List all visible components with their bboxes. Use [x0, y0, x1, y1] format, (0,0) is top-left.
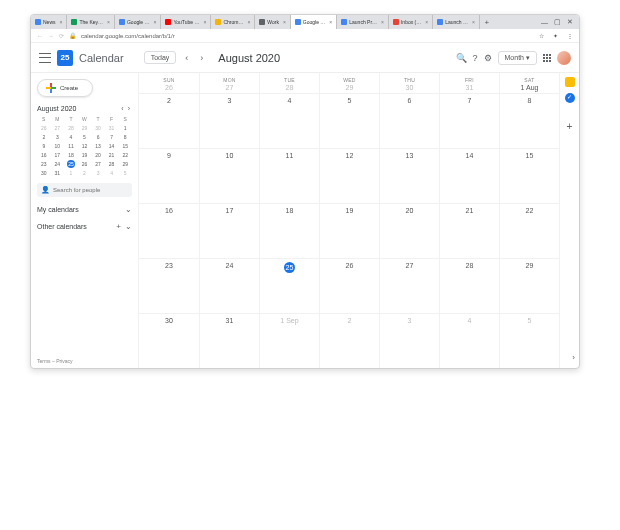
- tab-close-icon[interactable]: ×: [247, 19, 250, 25]
- mini-day[interactable]: 14: [105, 141, 119, 150]
- tab-close-icon[interactable]: ×: [107, 19, 110, 25]
- prev-period-icon[interactable]: ‹: [182, 53, 191, 63]
- mini-day[interactable]: 29: [118, 159, 132, 168]
- month-cell[interactable]: 30: [139, 313, 199, 368]
- browser-tab[interactable]: Inbox (…×: [389, 15, 433, 29]
- today-button[interactable]: Today: [144, 51, 177, 64]
- month-cell[interactable]: 8: [499, 93, 559, 148]
- mini-day[interactable]: 30: [91, 123, 105, 132]
- star-icon[interactable]: ☆: [539, 32, 544, 39]
- mini-day[interactable]: 7: [105, 132, 119, 141]
- mini-day[interactable]: 10: [51, 141, 65, 150]
- mini-day[interactable]: 3: [51, 132, 65, 141]
- day-header-cell[interactable]: TUE28: [259, 73, 319, 93]
- back-icon[interactable]: ←: [37, 33, 43, 39]
- mini-day[interactable]: 2: [37, 132, 51, 141]
- month-cell[interactable]: 6: [379, 93, 439, 148]
- show-side-panel-icon[interactable]: ›: [572, 353, 575, 362]
- day-header-cell[interactable]: THU30: [379, 73, 439, 93]
- keep-icon[interactable]: [565, 77, 575, 87]
- month-cell[interactable]: 19: [319, 203, 379, 258]
- other-calendars-section[interactable]: Other calendars +⌄: [37, 222, 132, 231]
- browser-tab[interactable]: YouTube …×: [161, 15, 211, 29]
- month-cell[interactable]: 5: [499, 313, 559, 368]
- mini-prev-icon[interactable]: ‹: [119, 105, 125, 112]
- mini-day[interactable]: 26: [78, 159, 92, 168]
- mini-day[interactable]: 18: [64, 150, 78, 159]
- day-header-cell[interactable]: SAT1 Aug: [499, 73, 559, 93]
- mini-day[interactable]: 15: [118, 141, 132, 150]
- tab-close-icon[interactable]: ×: [154, 19, 157, 25]
- mini-day[interactable]: 16: [37, 150, 51, 159]
- mini-day[interactable]: 31: [51, 168, 65, 177]
- day-header-cell[interactable]: WED29: [319, 73, 379, 93]
- create-button[interactable]: Create: [37, 79, 93, 97]
- month-cell[interactable]: 13: [379, 148, 439, 203]
- tab-close-icon[interactable]: ×: [381, 19, 384, 25]
- extension-icon[interactable]: ✦: [553, 32, 558, 39]
- mini-day[interactable]: 29: [78, 123, 92, 132]
- month-cell[interactable]: 10: [199, 148, 259, 203]
- mini-day[interactable]: 26: [37, 123, 51, 132]
- terms-link[interactable]: Terms: [37, 358, 51, 364]
- month-cell[interactable]: 28: [439, 258, 499, 313]
- month-cell[interactable]: 20: [379, 203, 439, 258]
- menu-icon[interactable]: ⋮: [567, 32, 573, 39]
- minimize-icon[interactable]: —: [541, 19, 548, 26]
- month-cell[interactable]: 14: [439, 148, 499, 203]
- mini-day[interactable]: 11: [64, 141, 78, 150]
- mini-day[interactable]: 27: [51, 123, 65, 132]
- month-cell[interactable]: 26: [319, 258, 379, 313]
- mini-day[interactable]: 4: [64, 132, 78, 141]
- month-cell[interactable]: 21: [439, 203, 499, 258]
- mini-day[interactable]: 13: [91, 141, 105, 150]
- addons-plus-icon[interactable]: +: [567, 121, 573, 132]
- browser-tab[interactable]: Google …×: [291, 15, 337, 29]
- mini-day[interactable]: 25: [64, 159, 78, 168]
- forward-icon[interactable]: →: [48, 33, 54, 39]
- month-cell[interactable]: 15: [499, 148, 559, 203]
- mini-day[interactable]: 3: [91, 168, 105, 177]
- mini-day[interactable]: 4: [105, 168, 119, 177]
- mini-day[interactable]: 31: [105, 123, 119, 132]
- mini-day[interactable]: 17: [51, 150, 65, 159]
- close-icon[interactable]: ✕: [567, 18, 573, 26]
- add-calendar-icon[interactable]: +: [116, 222, 121, 231]
- month-cell[interactable]: 4: [259, 93, 319, 148]
- new-tab-button[interactable]: +: [480, 15, 494, 29]
- month-cell[interactable]: 17: [199, 203, 259, 258]
- mini-day[interactable]: 6: [91, 132, 105, 141]
- mini-day[interactable]: 22: [118, 150, 132, 159]
- month-cell[interactable]: 3: [199, 93, 259, 148]
- mini-day[interactable]: 12: [78, 141, 92, 150]
- mini-day[interactable]: 8: [118, 132, 132, 141]
- month-cell[interactable]: 4: [439, 313, 499, 368]
- gear-icon[interactable]: ⚙: [484, 53, 492, 63]
- day-header-cell[interactable]: SUN26: [139, 73, 199, 93]
- mini-day[interactable]: 5: [118, 168, 132, 177]
- month-cell[interactable]: 12: [319, 148, 379, 203]
- mini-day[interactable]: 1: [118, 123, 132, 132]
- mini-day[interactable]: 28: [105, 159, 119, 168]
- month-cell[interactable]: 24: [199, 258, 259, 313]
- month-cell[interactable]: 23: [139, 258, 199, 313]
- tab-close-icon[interactable]: ×: [425, 19, 428, 25]
- month-cell[interactable]: 1 Sep: [259, 313, 319, 368]
- month-cell[interactable]: 22: [499, 203, 559, 258]
- mini-day[interactable]: 21: [105, 150, 119, 159]
- month-cell[interactable]: 18: [259, 203, 319, 258]
- browser-tab[interactable]: The Key…×: [67, 15, 115, 29]
- tab-close-icon[interactable]: ×: [60, 19, 63, 25]
- url-text[interactable]: calendar.google.com/calendar/b/1/r: [81, 33, 530, 39]
- tasks-icon[interactable]: [565, 93, 575, 103]
- month-cell[interactable]: 5: [319, 93, 379, 148]
- next-period-icon[interactable]: ›: [197, 53, 206, 63]
- mini-day[interactable]: 9: [37, 141, 51, 150]
- search-icon[interactable]: 🔍: [456, 53, 467, 63]
- privacy-link[interactable]: Privacy: [56, 358, 72, 364]
- main-menu-icon[interactable]: [39, 53, 51, 63]
- reload-icon[interactable]: ⟳: [59, 32, 64, 39]
- month-cell[interactable]: 25: [259, 258, 319, 313]
- tab-close-icon[interactable]: ×: [329, 19, 332, 25]
- mini-calendar[interactable]: SMTWTFS 26272829303112345678910111213141…: [37, 114, 132, 177]
